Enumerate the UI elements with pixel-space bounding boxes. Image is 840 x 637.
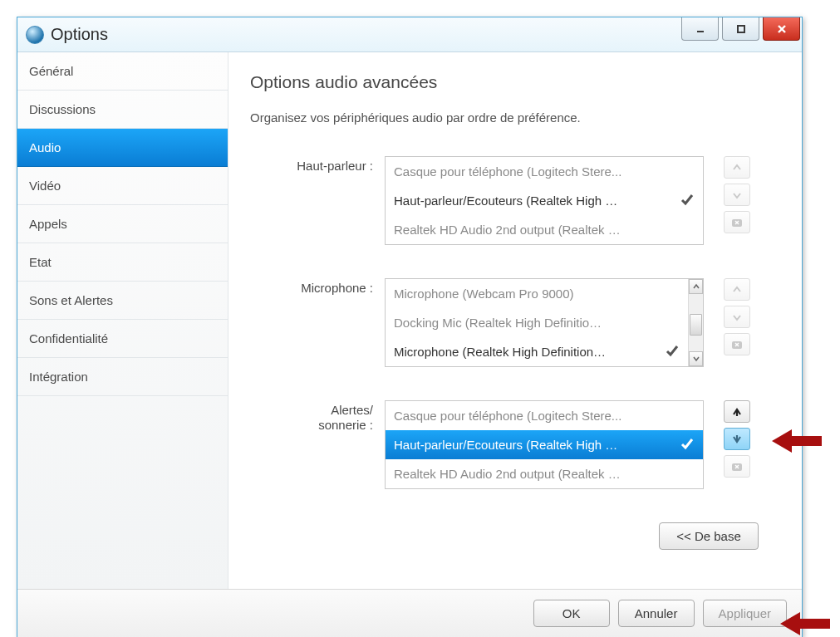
apply-button[interactable]: Appliquer [703, 600, 787, 627]
alerts-item-1[interactable]: Haut-parleur/Ecouteurs (Realtek High … [386, 430, 703, 459]
mic-actions [724, 278, 750, 355]
sidebar: Général Discussions Audio Vidéo Appels E… [17, 52, 228, 589]
mic-item-0[interactable]: Microphone (Webcam Pro 9000) [386, 279, 688, 308]
speaker-item-1[interactable]: Haut-parleur/Ecouteurs (Realtek High … [386, 186, 703, 215]
close-icon [776, 23, 788, 35]
speaker-field: Haut-parleur : Casque pour téléphone (Lo… [250, 156, 780, 245]
page-subtitle: Organisez vos périphériques audio par or… [250, 110, 780, 125]
speaker-remove[interactable] [724, 211, 750, 233]
mic-item-1[interactable]: Docking Mic (Realtek High Definitio… [386, 308, 688, 337]
options-window: Options Général Discussions Audio Vidéo … [17, 17, 803, 637]
chevron-up-icon [693, 283, 700, 290]
check-icon [665, 343, 680, 360]
speaker-item-2[interactable]: Realtek HD Audio 2nd output (Realtek … [386, 215, 703, 244]
alerts-label-line2: sonnerie : [318, 418, 373, 432]
list-item-label: Microphone (Realtek High Definition… [394, 345, 606, 359]
mic-move-up[interactable] [724, 278, 750, 301]
dialog-footer: OK Annuler Appliquer [17, 589, 802, 637]
maximize-icon [736, 24, 746, 34]
delete-icon [731, 339, 743, 350]
sidebar-item-privacy[interactable]: Confidentialité [17, 320, 228, 358]
alerts-move-up[interactable] [724, 400, 750, 423]
check-icon [680, 192, 695, 209]
alerts-listbox[interactable]: Casque pour téléphone (Logitech Stere...… [385, 400, 704, 489]
speaker-move-down[interactable] [724, 184, 750, 206]
alerts-remove[interactable] [724, 455, 750, 478]
alerts-item-0[interactable]: Casque pour téléphone (Logitech Stere... [386, 401, 703, 430]
alerts-move-down[interactable] [724, 428, 750, 450]
mic-move-down[interactable] [724, 306, 750, 328]
arrow-down-icon [731, 189, 743, 201]
sidebar-item-status[interactable]: Etat [17, 243, 228, 282]
sidebar-item-general[interactable]: Général [17, 52, 228, 91]
svg-rect-1 [738, 26, 744, 32]
microphone-listbox[interactable]: Microphone (Webcam Pro 9000) Docking Mic… [385, 278, 704, 367]
main-panel: Options audio avancées Organisez vos pér… [228, 52, 802, 589]
sidebar-item-integration[interactable]: Intégration [17, 358, 228, 396]
speaker-item-0[interactable]: Casque pour téléphone (Logitech Stere... [386, 157, 703, 186]
window-controls [681, 17, 802, 41]
window-body: Général Discussions Audio Vidéo Appels E… [17, 52, 802, 589]
alerts-label: Alertes/ sonnerie : [250, 400, 385, 433]
chevron-down-icon [693, 355, 700, 362]
mic-remove[interactable] [724, 333, 750, 355]
alerts-actions [724, 400, 750, 478]
close-button[interactable] [763, 17, 800, 41]
alerts-item-2[interactable]: Realtek HD Audio 2nd output (Realtek … [386, 459, 703, 488]
sidebar-item-audio[interactable]: Audio [17, 129, 228, 167]
app-icon [26, 26, 44, 44]
list-item-label: Haut-parleur/Ecouteurs (Realtek High … [394, 194, 617, 208]
microphone-field: Microphone : Microphone (Webcam Pro 9000… [250, 278, 780, 367]
mic-scrollbar[interactable] [688, 279, 703, 366]
cancel-button[interactable]: Annuler [618, 600, 695, 627]
microphone-label: Microphone : [250, 278, 385, 296]
mic-item-2[interactable]: Microphone (Realtek High Definition… [386, 337, 688, 366]
delete-icon [731, 217, 743, 228]
alerts-label-line1: Alertes/ [331, 403, 373, 417]
speaker-move-up[interactable] [724, 156, 750, 179]
speaker-listbox[interactable]: Casque pour téléphone (Logitech Stere...… [385, 156, 704, 245]
titlebar: Options [17, 17, 802, 52]
scroll-down-button[interactable] [689, 351, 703, 366]
check-icon [680, 436, 695, 453]
minimize-icon [695, 24, 705, 34]
sidebar-item-calls[interactable]: Appels [17, 205, 228, 243]
arrow-up-icon [731, 162, 743, 174]
arrow-down-icon [731, 434, 743, 445]
scroll-up-button[interactable] [689, 279, 703, 294]
arrow-up-icon [731, 406, 743, 418]
alerts-field: Alertes/ sonnerie : Casque pour téléphon… [250, 400, 780, 489]
arrow-up-icon [731, 284, 743, 296]
scroll-thumb[interactable] [690, 314, 702, 336]
speaker-actions [724, 156, 750, 233]
page-heading: Options audio avancées [250, 72, 780, 92]
arrow-down-icon [731, 311, 743, 323]
sidebar-item-video[interactable]: Vidéo [17, 167, 228, 205]
window-title: Options [51, 25, 108, 44]
ok-button[interactable]: OK [533, 600, 610, 627]
sidebar-item-sounds[interactable]: Sons et Alertes [17, 282, 228, 320]
minimize-button[interactable] [681, 17, 719, 41]
maximize-button[interactable] [722, 17, 759, 41]
sidebar-item-discussions[interactable]: Discussions [17, 91, 228, 129]
basic-mode-button[interactable]: << De base [659, 522, 759, 550]
list-item-label: Haut-parleur/Ecouteurs (Realtek High … [394, 438, 617, 452]
delete-icon [731, 461, 743, 473]
speaker-label: Haut-parleur : [250, 156, 385, 174]
